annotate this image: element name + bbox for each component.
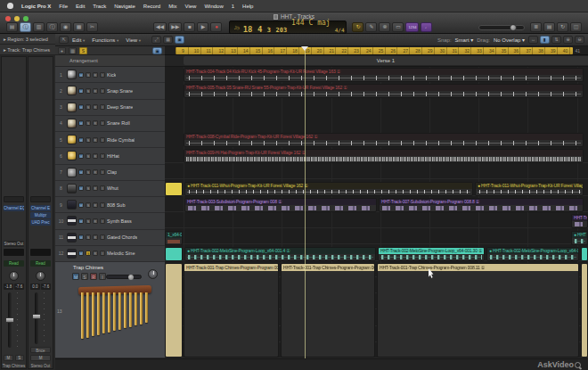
solo-button[interactable]: S	[15, 355, 25, 361]
region-fragment[interactable]	[165, 182, 183, 196]
volume-knob[interactable]	[510, 24, 517, 31]
replace-button[interactable]: ⊗	[379, 22, 390, 32]
input-monitor-button[interactable]: I	[100, 234, 105, 240]
region-hht-tra[interactable]: HHT-Tra	[571, 214, 588, 228]
rewind-button[interactable]: ◀◀	[153, 22, 167, 32]
inspector-button[interactable]: ⓘ	[20, 22, 31, 32]
list-editors-button[interactable]: ≣	[530, 22, 542, 32]
region-hht-track-001-trap[interactable]: HHT-Track-001-Trap Chimes-Program-Progra…	[281, 263, 375, 358]
solo-button[interactable]: S	[86, 72, 91, 78]
menu-item-window[interactable]: Window	[204, 4, 223, 9]
track-row-hihat[interactable]: 6MSRIHiHat	[55, 148, 165, 164]
output-slot[interactable]: Stereo Out	[4, 241, 24, 247]
menu-item-file[interactable]: File	[59, 4, 68, 9]
toolbar-menu-view[interactable]: View ▾	[126, 37, 141, 43]
solo-button[interactable]: S	[86, 234, 91, 240]
track-row-kick[interactable]: 1MSRIKick	[55, 67, 165, 83]
mute-button[interactable]: M	[30, 355, 51, 361]
plugin-slot[interactable]: Channel E	[30, 205, 51, 211]
input-monitor-button[interactable]: I	[100, 120, 105, 126]
hide-inspector-button[interactable]: ⇱	[59, 36, 69, 44]
quick-help-button[interactable]: ▥	[33, 22, 45, 32]
zoom-h-button[interactable]: ⤢	[151, 36, 161, 44]
menu-item-1[interactable]: 1	[232, 4, 234, 9]
menu-item-record[interactable]: Record	[143, 4, 160, 9]
scroll-link-button[interactable]: ↔	[528, 36, 538, 44]
volume-fader[interactable]	[35, 292, 38, 344]
track-solo-mode-button[interactable]: S	[79, 47, 87, 54]
solo-button[interactable]: S	[86, 104, 91, 110]
marquee-tool-button[interactable]: ▮	[540, 36, 550, 44]
solo-button[interactable]: S	[86, 185, 91, 191]
menu-item-view[interactable]: View	[185, 4, 197, 9]
automation-mode-button[interactable]: Read	[30, 260, 51, 267]
mute-button[interactable]: M	[78, 120, 84, 126]
track-row-clap[interactable]: 7MSRIClap	[55, 165, 165, 181]
record-enable-button[interactable]: R	[93, 218, 98, 224]
region--hht-track-002-me[interactable]: ● HHT-Track-002-MeloSine-Program-Loop_x6…	[184, 247, 376, 261]
track-row-deep-snare[interactable]: 3MSRIDeep Snare	[55, 100, 165, 116]
solo-button[interactable]: S	[86, 218, 91, 224]
record-enable-button[interactable]: R	[93, 185, 98, 191]
setting-slot[interactable]	[4, 196, 24, 202]
zoom-v-button[interactable]: ▦	[163, 36, 173, 44]
input-monitor-button[interactable]: I	[100, 104, 105, 110]
record-enable-button[interactable]: R	[93, 88, 98, 94]
input-monitor-button[interactable]: I	[100, 137, 105, 143]
region-hht-track-001-trap[interactable]: HHT-Track-001-Trap Chimes-Program-Progra…	[184, 263, 279, 358]
region-hht-track-007-subd[interactable]: HHT-Track-007-Subdistort-Program-Program…	[379, 198, 584, 212]
track-row-synth-bass[interactable]: 10MSRISynth Bass	[55, 213, 165, 229]
mute-button[interactable]: M	[78, 251, 84, 256]
editors-button[interactable]: ✂	[86, 22, 98, 32]
arrange-area[interactable]: HHT-Track-004-Track 04 Kick-RU Kick 45-P…	[165, 67, 588, 358]
input-monitor-button[interactable]: I	[100, 169, 105, 175]
mute-button[interactable]: M	[78, 169, 84, 175]
count-in-button[interactable]: 1234	[405, 22, 419, 32]
pan-knob[interactable]	[9, 271, 19, 281]
menu-item-edit[interactable]: Edit	[76, 4, 85, 9]
solo-button[interactable]: S	[86, 169, 91, 175]
metronome-button[interactable]: ♩	[421, 22, 432, 32]
input-monitor-button[interactable]: I	[100, 185, 105, 191]
region-fragment[interactable]	[165, 263, 183, 358]
zoom-out-button[interactable]: ⊖	[575, 36, 584, 44]
track-pan-knob[interactable]	[148, 269, 158, 279]
solo-button[interactable]: S	[86, 88, 91, 94]
mute-button[interactable]: M	[78, 88, 84, 94]
region-hht-track-001-trap[interactable]: HHT-Track-001-Trap Chimes-Program-Progra…	[377, 263, 579, 358]
mute-button[interactable]: M	[78, 104, 84, 110]
slider-knob[interactable]	[128, 275, 134, 280]
playhead-marker[interactable]	[301, 46, 308, 51]
region-fragment[interactable]	[581, 247, 588, 261]
library-button[interactable]: ▤	[6, 22, 18, 32]
input-monitor-button[interactable]: I	[100, 88, 105, 94]
mute-button[interactable]: M	[78, 137, 84, 143]
mute-button[interactable]: M	[78, 234, 84, 240]
solo-button[interactable]: S	[81, 273, 88, 280]
forward-button[interactable]: ▶▶	[168, 22, 182, 32]
input-monitor-button[interactable]: I	[100, 251, 105, 256]
solo-button[interactable]: S	[86, 137, 91, 143]
lcd-display[interactable]: ♪◷ 18 4 3 203 144tempo C majkey 4/4	[229, 21, 347, 34]
master-volume-slider[interactable]	[478, 25, 525, 30]
record-enable-button[interactable]: R	[93, 72, 98, 78]
catch-playhead-button[interactable]: ▣	[175, 36, 184, 44]
region-fragment[interactable]	[165, 247, 183, 261]
group-slot[interactable]	[30, 249, 51, 256]
toolbar-button[interactable]: ⓘ	[46, 22, 58, 32]
record-enable-button[interactable]: R	[93, 251, 98, 256]
arrangement-header[interactable]: Arrangement	[55, 55, 165, 67]
toolbar-menu-functions[interactable]: Functions ▾	[92, 37, 118, 43]
region-inspector-header[interactable]: ▸ Region: 3 selected	[0, 34, 55, 45]
region-1-x64-0[interactable]: 1_x64-0	[165, 231, 183, 245]
catch-button[interactable]: ▣	[152, 47, 162, 54]
mute-button[interactable]: M	[78, 218, 84, 224]
menu-item-track[interactable]: Track	[93, 4, 106, 9]
region-hht-track-002-melo[interactable]: HHT-Track-002-MeloSine-Program-Loop_x64-…	[378, 247, 485, 261]
region--hht-track-011-wh[interactable]: ● HHT-Track-011-Whut-Program-Trap-Kit-UR…	[184, 182, 473, 196]
setting-slot[interactable]	[30, 196, 51, 202]
solo-button[interactable]: S	[86, 202, 91, 208]
menu-item-navigate[interactable]: Navigate	[114, 4, 135, 9]
mute-button[interactable]: M	[78, 153, 84, 159]
zoom-in-button[interactable]: ⊕	[563, 36, 573, 44]
